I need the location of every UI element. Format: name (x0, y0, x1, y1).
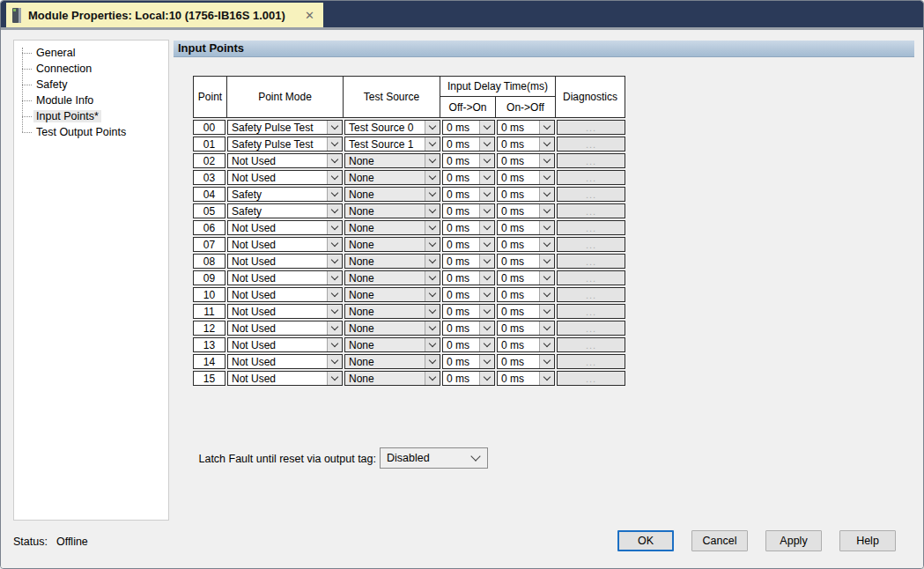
point-mode-select[interactable]: Not Used (227, 304, 343, 319)
sidebar-item[interactable]: Test Output Points (14, 124, 168, 140)
diagnostics-button[interactable]: ... (558, 372, 625, 385)
diagnostics-button[interactable]: ... (558, 255, 625, 268)
point-mode-select[interactable]: Not Used (227, 170, 343, 185)
on-off-delay-select[interactable]: 0 ms (497, 203, 555, 218)
ok-button[interactable]: OK (617, 530, 674, 551)
point-mode-select[interactable]: Not Used (227, 153, 343, 168)
off-on-delay-select[interactable]: 0 ms (442, 371, 495, 386)
test-source-select[interactable]: None (344, 237, 440, 252)
point-mode-select[interactable]: Safety (227, 203, 343, 218)
point-mode-select[interactable]: Not Used (227, 337, 343, 352)
point-mode-select[interactable]: Safety Pulse Test (227, 120, 343, 135)
point-mode-select[interactable]: Safety Pulse Test (227, 137, 343, 151)
help-button[interactable]: Help (839, 530, 896, 551)
test-source-select[interactable]: None (344, 254, 440, 269)
diagnostics-button[interactable]: ... (558, 338, 625, 351)
test-source-select[interactable]: None (344, 203, 440, 218)
on-off-delay-select[interactable]: 0 ms (497, 287, 555, 302)
off-on-delay-select[interactable]: 0 ms (442, 287, 495, 302)
point-mode-select[interactable]: Not Used (227, 270, 343, 285)
test-source-select[interactable]: None (344, 287, 440, 302)
on-off-delay-select[interactable]: 0 ms (497, 120, 555, 135)
section-header-bar: Input Points (174, 41, 914, 57)
point-mode-select[interactable]: Not Used (227, 287, 343, 302)
test-source-select[interactable]: None (344, 354, 440, 369)
diagnostics-cell: ... (557, 371, 625, 386)
diagnostics-button[interactable]: ... (558, 121, 625, 134)
sidebar-item[interactable]: General (14, 45, 168, 61)
sidebar-item-label: Connection (33, 63, 94, 75)
point-mode-select[interactable]: Not Used (227, 220, 343, 235)
diagnostics-button[interactable]: ... (558, 137, 625, 151)
diagnostics-button[interactable]: ... (558, 171, 625, 184)
on-off-delay-select[interactable]: 0 ms (497, 153, 555, 168)
point-mode-select[interactable]: Not Used (227, 321, 343, 336)
on-off-delay-select[interactable]: 0 ms (497, 337, 555, 352)
on-off-delay-select[interactable]: 0 ms (497, 237, 555, 252)
point-mode-select[interactable]: Not Used (227, 237, 343, 252)
off-on-delay-select[interactable]: 0 ms (442, 187, 495, 202)
sidebar-item[interactable]: Module Info (14, 92, 168, 108)
on-off-delay-select[interactable]: 0 ms (497, 137, 555, 151)
test-source-select[interactable]: None (344, 304, 440, 319)
on-off-delay-select[interactable]: 0 ms (497, 220, 555, 235)
off-on-delay-select[interactable]: 0 ms (442, 270, 495, 285)
on-off-delay-select[interactable]: 0 ms (497, 321, 555, 336)
test-source-select[interactable]: None (344, 270, 440, 285)
diagnostics-button[interactable]: ... (558, 154, 625, 167)
diagnostics-button[interactable]: ... (558, 321, 625, 335)
diagnostics-button[interactable]: ... (558, 221, 625, 234)
col-header-delay-group: Input Delay Time(ms) Off->On On->Off (440, 77, 555, 117)
diagnostics-button[interactable]: ... (558, 355, 625, 368)
test-source-select[interactable]: None (344, 153, 440, 168)
off-on-delay-select[interactable]: 0 ms (442, 254, 495, 269)
on-off-delay-select[interactable]: 0 ms (497, 187, 555, 202)
test-source-select[interactable]: Test Source 0 (344, 120, 440, 135)
off-on-delay-select[interactable]: 0 ms (442, 304, 495, 319)
point-mode-select[interactable]: Not Used (227, 371, 343, 386)
on-off-delay-select[interactable]: 0 ms (497, 371, 555, 386)
test-source-select[interactable]: None (344, 220, 440, 235)
diagnostics-button[interactable]: ... (558, 288, 625, 301)
off-on-delay-select[interactable]: 0 ms (442, 170, 495, 185)
on-off-delay-select[interactable]: 0 ms (497, 170, 555, 185)
off-on-delay-select[interactable]: 0 ms (442, 237, 495, 252)
off-on-delay-select[interactable]: 0 ms (442, 220, 495, 235)
point-mode-select[interactable]: Not Used (227, 254, 343, 269)
chevron-down-icon (479, 321, 494, 335)
on-off-delay-select[interactable]: 0 ms (497, 254, 555, 269)
off-on-delay-select[interactable]: 0 ms (442, 321, 495, 336)
on-off-delay-select[interactable]: 0 ms (497, 270, 555, 285)
point-mode-select[interactable]: Not Used (227, 354, 343, 369)
latch-fault-select[interactable]: Disabled (380, 447, 488, 469)
chevron-down-icon (327, 355, 342, 368)
test-source-select[interactable]: None (344, 170, 440, 185)
test-source-select[interactable]: None (344, 371, 440, 386)
module-properties-tab[interactable]: Module Properties: Local:10 (1756-IB16S … (6, 3, 323, 27)
sidebar-item[interactable]: Safety (14, 77, 168, 92)
test-source-select[interactable]: None (344, 187, 440, 202)
off-on-delay-select[interactable]: 0 ms (442, 203, 495, 218)
test-source-select[interactable]: None (344, 337, 440, 352)
sidebar-item[interactable]: Connection (14, 61, 168, 77)
diagnostics-button[interactable]: ... (558, 204, 625, 218)
chevron-down-icon (327, 255, 342, 268)
close-icon[interactable]: ✕ (305, 10, 314, 21)
test-source-select[interactable]: None (344, 321, 440, 336)
off-on-delay-select[interactable]: 0 ms (442, 137, 495, 151)
diagnostics-button[interactable]: ... (558, 188, 625, 201)
diagnostics-button[interactable]: ... (558, 271, 625, 284)
diagnostics-button[interactable]: ... (558, 305, 625, 318)
apply-button[interactable]: Apply (765, 530, 822, 551)
on-off-delay-select[interactable]: 0 ms (497, 354, 555, 369)
test-source-select[interactable]: Test Source 1 (344, 137, 440, 151)
off-on-delay-select[interactable]: 0 ms (442, 337, 495, 352)
off-on-delay-select[interactable]: 0 ms (442, 153, 495, 168)
sidebar-item[interactable]: Input Points* (14, 108, 168, 124)
point-mode-select[interactable]: Safety (227, 187, 343, 202)
diagnostics-button[interactable]: ... (558, 238, 625, 251)
off-on-delay-select[interactable]: 0 ms (442, 354, 495, 369)
off-on-delay-select[interactable]: 0 ms (442, 120, 495, 135)
on-off-delay-select[interactable]: 0 ms (497, 304, 555, 319)
cancel-button[interactable]: Cancel (691, 530, 748, 551)
